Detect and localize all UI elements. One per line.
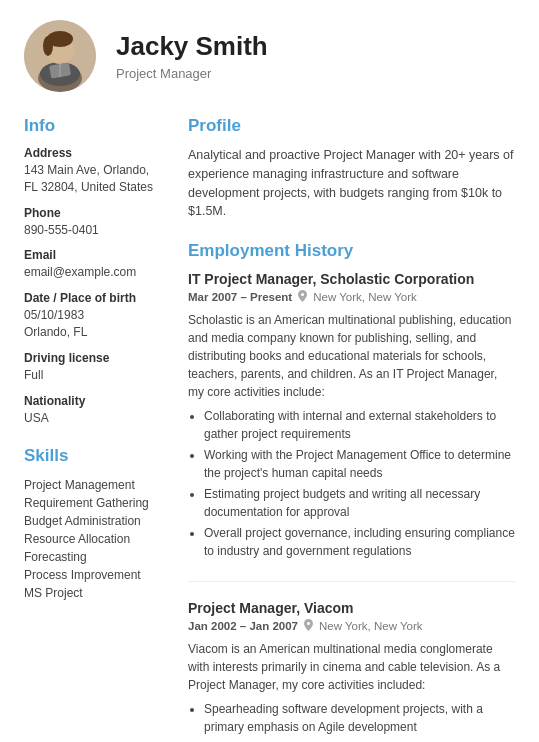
license-value: Full <box>24 367 164 384</box>
skill-item: Forecasting <box>24 548 164 566</box>
employment-heading: Employment History <box>188 241 515 261</box>
job-meta: Mar 2007 – PresentNew York, New York <box>188 290 515 304</box>
address-label: Address <box>24 146 164 160</box>
nationality-value: USA <box>24 410 164 427</box>
address-value: 143 Main Ave, Orlando, FL 32804, United … <box>24 162 164 196</box>
skill-item: Requirement Gathering <box>24 494 164 512</box>
phone-label: Phone <box>24 206 164 220</box>
header-info: Jacky Smith Project Manager <box>116 31 268 81</box>
bullet-item: Spearheading software development projec… <box>204 700 515 736</box>
job-title: Project Manager, Viacom <box>188 600 515 616</box>
bullet-item: Collaborating with internal and external… <box>204 407 515 443</box>
skill-item: Resource Allocation <box>24 530 164 548</box>
jobs-container: IT Project Manager, Scholastic Corporati… <box>188 271 515 742</box>
skills-list: Project ManagementRequirement GatheringB… <box>24 476 164 602</box>
content: Profile Analytical and proactive Project… <box>188 116 515 742</box>
job-title: IT Project Manager, Scholastic Corporati… <box>188 271 515 287</box>
dob-value: 05/10/1983 Orlando, FL <box>24 307 164 341</box>
bullet-item: Overall project governance, including en… <box>204 524 515 560</box>
bullet-item: Estimating project budgets and writing a… <box>204 485 515 521</box>
header: Jacky Smith Project Manager <box>24 20 515 92</box>
location-icon <box>304 619 313 633</box>
location-icon <box>298 290 307 304</box>
job-location: New York, New York <box>319 620 423 632</box>
job-bullets: Spearheading software development projec… <box>188 700 515 742</box>
page: Jacky Smith Project Manager Info Address… <box>0 0 539 742</box>
main-layout: Info Address 143 Main Ave, Orlando, FL 3… <box>24 116 515 742</box>
profile-heading: Profile <box>188 116 515 136</box>
sidebar: Info Address 143 Main Ave, Orlando, FL 3… <box>24 116 164 742</box>
skill-item: Project Management <box>24 476 164 494</box>
svg-point-5 <box>43 36 53 56</box>
license-label: Driving license <box>24 351 164 365</box>
job-date: Mar 2007 – Present <box>188 291 292 303</box>
bullet-item: Working with the Project Management Offi… <box>204 446 515 482</box>
dob-label: Date / Place of birth <box>24 291 164 305</box>
skill-item: MS Project <box>24 584 164 602</box>
job-bullets: Collaborating with internal and external… <box>188 407 515 560</box>
skills-heading: Skills <box>24 446 164 466</box>
job-description: Scholastic is an American multinational … <box>188 311 515 401</box>
email-value: email@example.com <box>24 264 164 281</box>
job-description: Viacom is an American multinational medi… <box>188 640 515 694</box>
person-name: Jacky Smith <box>116 31 268 62</box>
job-date: Jan 2002 – Jan 2007 <box>188 620 298 632</box>
skill-item: Budget Administration <box>24 512 164 530</box>
avatar <box>24 20 96 92</box>
employment-section: Employment History IT Project Manager, S… <box>188 241 515 742</box>
job-meta: Jan 2002 – Jan 2007New York, New York <box>188 619 515 633</box>
profile-text: Analytical and proactive Project Manager… <box>188 146 515 221</box>
email-label: Email <box>24 248 164 262</box>
profile-section: Profile Analytical and proactive Project… <box>188 116 515 221</box>
job-block: IT Project Manager, Scholastic Corporati… <box>188 271 515 582</box>
nationality-label: Nationality <box>24 394 164 408</box>
skill-item: Process Improvement <box>24 566 164 584</box>
info-heading: Info <box>24 116 164 136</box>
job-location: New York, New York <box>313 291 417 303</box>
job-block: Project Manager, ViacomJan 2002 – Jan 20… <box>188 600 515 742</box>
person-title: Project Manager <box>116 66 268 81</box>
phone-value: 890-555-0401 <box>24 222 164 239</box>
